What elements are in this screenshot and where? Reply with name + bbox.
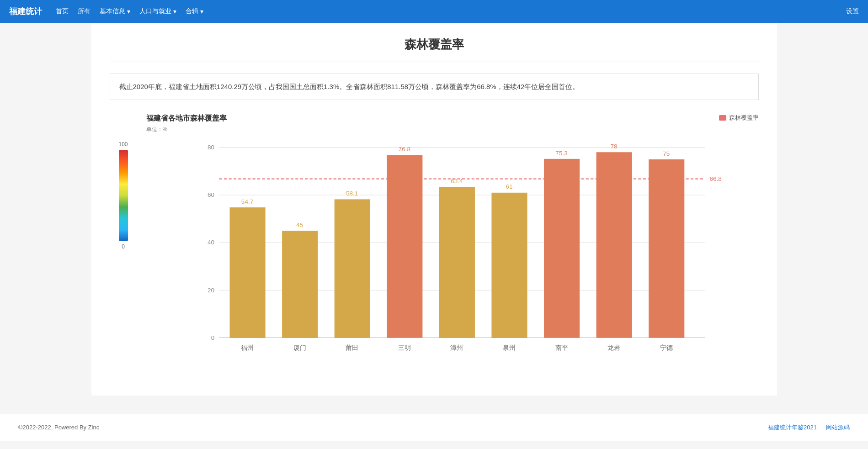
svg-text:66.8: 66.8 [709, 175, 721, 182]
svg-text:45: 45 [296, 221, 303, 228]
footer-link-yearbook[interactable]: 福建统计年鉴2021 [768, 423, 817, 432]
title-divider [110, 62, 759, 62]
svg-text:54.7: 54.7 [241, 198, 253, 205]
nav-item-basic-info[interactable]: 基本信息 ▾ [100, 7, 130, 16]
svg-text:63.4: 63.4 [451, 177, 463, 184]
nav-items: 首页 所有 基本信息 ▾ 人口与就业 ▾ 合辑 ▾ [56, 7, 846, 16]
nav-item-all[interactable]: 所有 [78, 7, 91, 16]
legend-label: 森林覆盖率 [729, 114, 759, 122]
bar-sanming [387, 155, 422, 338]
scale-label-top: 100 [118, 141, 128, 148]
svg-text:福州: 福州 [241, 344, 254, 351]
chevron-down-icon: ▾ [200, 8, 203, 15]
navbar: 福建统计 首页 所有 基本信息 ▾ 人口与就业 ▾ 合辑 ▾ 设置 [0, 0, 868, 23]
svg-text:58.1: 58.1 [346, 190, 358, 197]
bar-fuzhou [229, 207, 265, 338]
bar-longyan [596, 152, 632, 338]
chart-legend: 森林覆盖率 [719, 114, 759, 122]
svg-text:61: 61 [506, 183, 512, 190]
chart-container: 100 0 福建省各地市森林覆盖率 森林覆盖率 单位：% [110, 114, 759, 368]
footer-link-source[interactable]: 网站源码 [826, 423, 850, 432]
description-box: 截止2020年底，福建省土地面积1240.29万公顷，占我国国土总面积1.3%。… [110, 74, 759, 100]
color-scale: 100 0 [110, 114, 137, 368]
legend-color-dot [719, 115, 726, 121]
svg-text:78: 78 [610, 143, 617, 149]
footer-links: 福建统计年鉴2021 网站源码 [768, 423, 850, 432]
svg-text:80: 80 [208, 144, 214, 151]
bar-nanping [544, 158, 580, 338]
nav-item-collection[interactable]: 合辑 ▾ [186, 7, 203, 16]
nav-item-home[interactable]: 首页 [56, 7, 69, 16]
nav-brand[interactable]: 福建统计 [9, 6, 42, 17]
bar-putian [334, 199, 370, 338]
page-title: 森林覆盖率 [110, 37, 759, 53]
svg-text:75.3: 75.3 [555, 149, 567, 156]
nav-item-population[interactable]: 人口与就业 ▾ [139, 7, 176, 16]
footer: ©2022-2022, Powered By Zinc 福建统计年鉴2021 网… [0, 414, 868, 441]
svg-text:莆田: 莆田 [346, 344, 358, 351]
color-scale-bar [119, 150, 128, 241]
bar-zhangzhou [439, 187, 474, 338]
svg-text:20: 20 [208, 286, 214, 293]
bar-ningde [649, 159, 684, 338]
chevron-down-icon: ▾ [127, 8, 130, 15]
copyright: ©2022-2022, Powered By Zinc [18, 424, 99, 431]
main-content: 森林覆盖率 截止2020年底，福建省土地面积1240.29万公顷，占我国国土总面… [91, 23, 777, 396]
svg-text:76.8: 76.8 [398, 146, 410, 153]
svg-text:龙岩: 龙岩 [607, 344, 620, 351]
bar-xiamen [282, 231, 318, 338]
chart-right: 福建省各地市森林覆盖率 森林覆盖率 单位：% [146, 114, 759, 368]
svg-text:三明: 三明 [398, 344, 410, 351]
settings-button[interactable]: 设置 [846, 7, 859, 16]
svg-text:0: 0 [211, 334, 214, 341]
svg-text:南平: 南平 [555, 344, 568, 351]
svg-text:泉州: 泉州 [502, 344, 515, 351]
chart-header: 福建省各地市森林覆盖率 森林覆盖率 [146, 114, 759, 123]
svg-text:漳州: 漳州 [450, 344, 463, 351]
chart-title: 福建省各地市森林覆盖率 [146, 114, 227, 123]
svg-text:40: 40 [208, 239, 214, 246]
svg-text:75: 75 [663, 150, 670, 157]
scale-label-bottom: 0 [122, 243, 125, 250]
svg-text:宁德: 宁德 [660, 344, 672, 351]
bar-quanzhou [491, 192, 527, 338]
chevron-down-icon: ▾ [173, 8, 176, 15]
svg-text:60: 60 [208, 191, 214, 198]
bar-chart-svg: 0 20 40 60 80 66.8 54.7 福州 [146, 138, 759, 366]
svg-text:厦门: 厦门 [293, 344, 306, 351]
chart-svg-wrap: 0 20 40 60 80 66.8 54.7 福州 [146, 138, 759, 368]
chart-unit: 单位：% [146, 126, 759, 133]
